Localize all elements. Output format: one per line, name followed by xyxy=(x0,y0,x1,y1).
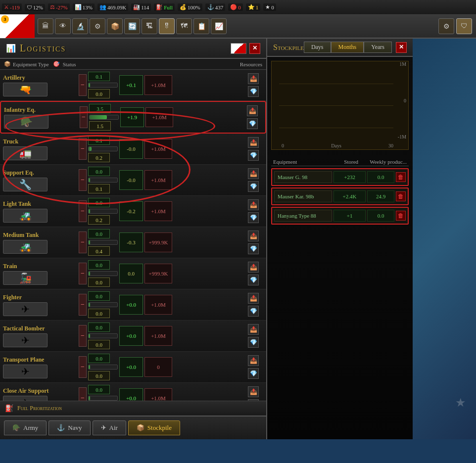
eq-icon-distribute[interactable]: 📤 xyxy=(247,105,258,116)
bottom-tab-army[interactable]: 🪖Army xyxy=(4,420,47,435)
eq-slider-fill xyxy=(89,83,90,87)
eq-icon-info[interactable]: 💎 xyxy=(247,118,258,129)
eq-icon-info[interactable]: 💎 xyxy=(248,86,259,97)
eq-slider[interactable] xyxy=(88,178,118,183)
eq-icon-info[interactable]: 💎 xyxy=(248,306,259,317)
equipment-row-artillery[interactable]: Artillery 🔫 − 0.1 0.0 +0.1 +1.0M 📤 xyxy=(0,70,266,101)
eq-val2: 0.0 xyxy=(88,371,110,380)
time-btn-months[interactable]: Months xyxy=(331,42,364,53)
stat-alerts: 🔴 0 xyxy=(228,3,243,11)
eq-minus-button[interactable]: − xyxy=(79,387,87,401)
eq-minus-button[interactable]: − xyxy=(79,138,87,160)
eq-info: Train 🚂 xyxy=(3,263,77,285)
stockpile-row-1[interactable]: Mauser Kar. 98b +2.4K 24.9 🗑 xyxy=(271,187,409,205)
toolbar-icon-stats[interactable]: 📈 xyxy=(211,18,227,34)
eq-slider[interactable] xyxy=(88,83,118,88)
stat-economy: 💰 100% xyxy=(178,3,202,11)
toolbar-icon-decisions[interactable]: 📋 xyxy=(193,18,209,34)
eq-minus-button[interactable]: − xyxy=(79,200,87,222)
bottom-tab-stockpile[interactable]: 📦Stockpile xyxy=(128,420,180,435)
eq-val1: 0.1 xyxy=(88,136,110,145)
eq-slider[interactable] xyxy=(88,365,118,370)
toolbar-icon-logistics[interactable]: 📦 xyxy=(107,18,123,34)
eq-slider[interactable] xyxy=(88,146,118,151)
toolbar-icon-politics[interactable]: 🏛 xyxy=(38,18,53,34)
time-btn-years[interactable]: Years xyxy=(364,42,392,53)
equipment-row-tactical-bomber[interactable]: Tactical Bomber ✈ − 0.0 0.0 +0.0 +1.0M 📤 xyxy=(0,321,266,352)
eq-icon-info[interactable]: 💎 xyxy=(248,275,259,285)
bottom-tab-air[interactable]: ✈Air xyxy=(93,420,126,435)
eq-slider[interactable] xyxy=(88,271,118,276)
eq-minus-button[interactable]: − xyxy=(79,356,87,378)
toolbar-icon-trade[interactable]: 🔄 xyxy=(124,18,140,34)
country-flag[interactable]: 3 xyxy=(0,14,35,38)
toolbar-icon-settings[interactable]: ⚙ xyxy=(438,18,454,34)
equipment-row-transport-plane[interactable]: Transport Plane ✈ − 0.0 0.0 +0.0 0 📤 xyxy=(0,352,266,383)
eq-change: -0.2 xyxy=(119,201,143,221)
eq-slider[interactable] xyxy=(88,209,118,214)
eq-slider[interactable] xyxy=(89,115,119,120)
eq-minus-button[interactable]: − xyxy=(79,294,87,316)
stockpile-header: Stockpile DaysMonthsYears ✕ xyxy=(267,39,413,57)
equipment-row-medium-tank[interactable]: Medium Tank 🚜 − 0.0 0.4 -0.3 +999.9K 📤 xyxy=(0,227,266,258)
eq-slider[interactable] xyxy=(88,240,118,245)
eq-minus-button[interactable]: − xyxy=(80,106,88,128)
toolbar-icon-military[interactable]: 🎖 xyxy=(159,18,175,34)
toolbar-icon-diplomacy[interactable]: 👁 xyxy=(55,18,71,34)
stockpile-close-button[interactable]: ✕ xyxy=(396,42,407,53)
logistics-close-button[interactable]: ✕ xyxy=(249,43,260,54)
stockpile-rows: Mauser G. 98 +232 0.0 🗑 Mauser Kar. 98b … xyxy=(271,168,409,225)
eq-minus-button[interactable]: − xyxy=(79,263,87,284)
bottom-tab-navy[interactable]: ⚓Navy xyxy=(48,420,90,435)
equipment-row-fighter[interactable]: Fighter ✈ − 0.0 0.0 +0.0 +1.0M 📤 💎 xyxy=(0,289,266,321)
equipment-row-support-eq.[interactable]: Support Eq. 🔧 − 0.0 0.1 -0.0 +1.0M 📤 xyxy=(0,165,266,196)
sp-item-name: Hanyang Type 88 xyxy=(274,210,332,222)
equipment-row-light-tank[interactable]: Light Tank 🚜 − 0.0 0.2 -0.2 +1.0M 📤 xyxy=(0,196,266,227)
stockpile-row-0[interactable]: Mauser G. 98 +232 0.0 🗑 xyxy=(271,168,409,186)
sp-item-delete-button[interactable]: 🗑 xyxy=(396,172,406,182)
eq-minus-button[interactable]: − xyxy=(79,232,87,253)
eq-icon-distribute[interactable]: 📤 xyxy=(248,355,259,366)
equipment-row-truck[interactable]: Truck 🚛 − 0.1 0.2 -0.0 +1.0M 📤 💎 xyxy=(0,134,266,165)
eq-slider[interactable] xyxy=(88,396,118,401)
eq-icon-distribute[interactable]: 📤 xyxy=(248,324,259,335)
equipment-row-close-air-support[interactable]: Close Air Support ✈ − 0.0 0.0 +0.0 +1.0M… xyxy=(0,383,266,401)
eq-icon-info[interactable]: 💎 xyxy=(248,212,259,223)
eq-slider[interactable] xyxy=(88,302,118,307)
eq-icon-distribute[interactable]: 📤 xyxy=(248,168,259,179)
toolbar-icon-construction[interactable]: 🏗 xyxy=(142,18,157,34)
toolbar-icon-production[interactable]: ⚙ xyxy=(90,18,105,34)
eq-icon-info[interactable]: 💎 xyxy=(248,399,259,401)
eq-icon-info[interactable]: 💎 xyxy=(248,181,259,192)
time-btn-days[interactable]: Days xyxy=(304,42,331,53)
equipment-row-train[interactable]: Train 🚂 − 0.0 0.0 0.0 +999.9K 📤 💎 xyxy=(0,258,266,289)
eq-minus-button[interactable]: − xyxy=(79,325,87,347)
eq-icon-distribute[interactable]: 📤 xyxy=(248,137,259,148)
eq-icon-distribute[interactable]: 📤 xyxy=(248,262,259,273)
eq-icon-info[interactable]: 💎 xyxy=(248,243,259,254)
eq-field-group: 0.0 0.0 xyxy=(88,354,118,380)
toolbar-icon-research[interactable]: 🔬 xyxy=(72,18,88,34)
stockpile-row-2[interactable]: Hanyang Type 88 +1 0.0 🗑 xyxy=(271,207,409,225)
economy-icon: 💰 xyxy=(180,4,187,10)
eq-icon-distribute[interactable]: 📤 xyxy=(248,386,259,397)
eq-icon-info[interactable]: 💎 xyxy=(248,337,259,348)
equipment-row-infantry-eq.[interactable]: Infantry Eq. 🪖 − 3.5 1.5 +1.9 +1.0M 📤 xyxy=(0,101,266,134)
toolbar-icon-active[interactable]: 🛡 xyxy=(456,18,472,34)
eq-icon-info[interactable]: 💎 xyxy=(248,150,259,161)
eq-icon-distribute[interactable]: 📤 xyxy=(248,293,259,304)
eq-icon-distribute[interactable]: 📤 xyxy=(248,199,259,210)
fuel-prioritization-bar[interactable]: ⛽ Fuel Prioritization xyxy=(0,401,266,416)
eq-minus-button[interactable]: − xyxy=(79,74,87,96)
eq-icon-distribute[interactable]: 📤 xyxy=(248,73,259,84)
eq-icon-info[interactable]: 💎 xyxy=(248,368,259,379)
eq-minus-button[interactable]: − xyxy=(79,169,87,191)
sp-item-delete-button[interactable]: 🗑 xyxy=(396,191,406,201)
eq-action-icons: 📤 💎 xyxy=(243,324,263,348)
eq-icon-distribute[interactable]: 📤 xyxy=(248,231,259,241)
eq-slider[interactable] xyxy=(88,333,118,338)
toolbar-icon-focus[interactable]: 🗺 xyxy=(176,18,192,34)
sp-item-delete-button[interactable]: 🗑 xyxy=(396,211,406,221)
eq-val2: 0.2 xyxy=(88,215,110,225)
eq-val1: 0.0 xyxy=(88,260,110,270)
